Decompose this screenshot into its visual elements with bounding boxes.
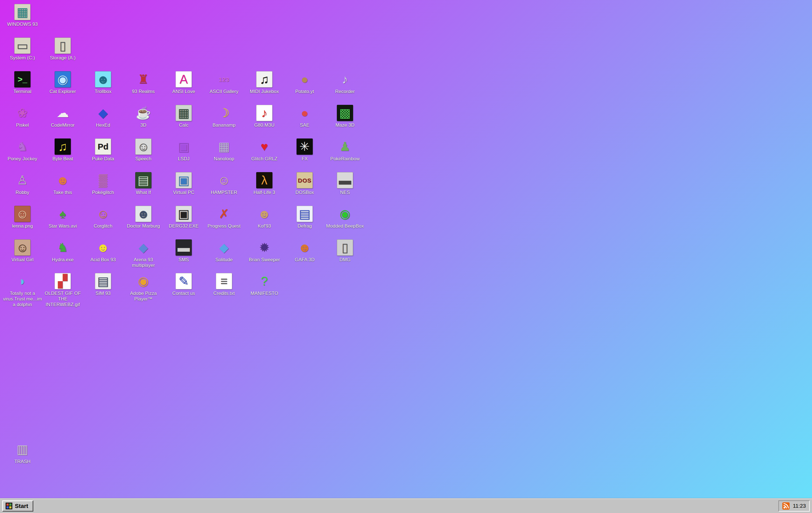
desktop-icon-sms[interactable]: ▬SMS	[164, 239, 204, 263]
virtual-girl-icon: ☺	[14, 239, 31, 256]
icon-label: HAMPSTER	[211, 190, 237, 195]
poney-jockey-icon: ♞	[14, 138, 31, 155]
icon-label: Glitch GRLZ	[251, 156, 278, 162]
desktop-icon-ansi-love[interactable]: AANSI Love	[164, 71, 204, 94]
desktop-icon-oldest-gif-of-the-interwebz-gif[interactable]: ▞OLDEST GIF OF THE INTERWEBZ.gif	[42, 273, 83, 307]
piskel-icon: ❀	[14, 105, 31, 121]
desktop-icon-fx[interactable]: ✳FX	[285, 138, 325, 162]
desktop-icon-potato-yt[interactable]: ●Potato.yt	[285, 71, 325, 94]
derg32-exe-icon: ▣	[176, 206, 192, 222]
cat-explorer-icon: ◉	[55, 71, 71, 87]
desktop-icon-lenna-png[interactable]: ☺lenna.png	[2, 206, 42, 229]
desktop-icon-gafa-3d[interactable]: ☻GAFA 3D	[285, 239, 325, 263]
desktop-icon-windows-93[interactable]: ▦WINDOWS 93	[2, 4, 42, 27]
desktop-icon-solitude[interactable]: ◆Solitude	[204, 239, 244, 263]
desktop-icon-93-realms[interactable]: ♜93 Realms	[123, 71, 164, 94]
desktop-icon-terminal[interactable]: >_Terminal	[2, 71, 42, 94]
desktop-icon-adobe-pizza-player[interactable]: ◉Adobe Pizza Player™	[123, 273, 164, 302]
desktop-icon-lsdj[interactable]: ▣LSDJ	[164, 138, 204, 162]
icon-label: Hydra.exe	[52, 257, 74, 263]
desktop-icon-calc[interactable]: ▦Calc	[164, 105, 204, 128]
desktop-icon-3d[interactable]: ☕3D	[123, 105, 164, 128]
desktop-icon-sae[interactable]: ●SAE	[285, 105, 325, 128]
icon-label: Credits.txt	[213, 291, 235, 296]
desktop-icon-speech[interactable]: ☺Speech	[123, 138, 164, 162]
desktop-icon-acid-box-93[interactable]: ☻Acid Box 93	[83, 239, 123, 263]
gafa-3d-icon: ☻	[296, 239, 313, 256]
icon-label: Virtual Girl	[11, 257, 33, 263]
corglitch-icon: ☺	[95, 206, 111, 222]
desktop-icon-virtual-pc[interactable]: ▣Virtual PC	[164, 172, 204, 195]
desktop-icon-cat-explorer[interactable]: ◉Cat Explorer	[42, 71, 83, 94]
desktop-icon-kof-93[interactable]: ☻Kof'93	[244, 206, 285, 229]
icon-label: Speech	[135, 156, 151, 162]
desktop-icon-hydra-exe[interactable]: ♞Hydra.exe	[42, 239, 83, 263]
desktop-icon-totally-not-a-virus-trust-me-im-a-dolphin[interactable]: ◗Totally not a virus.Trust me...im a dol…	[2, 273, 42, 307]
icon-label: Acid Box 93	[90, 257, 116, 263]
desktop-icon-piskel[interactable]: ❀Piskel	[2, 105, 42, 128]
desktop-icon-hampster[interactable]: ☺HAMPSTER	[204, 172, 244, 195]
desktop-icon-maze-3d[interactable]: ▩Maze 3D	[325, 105, 365, 128]
icon-label: Virtual PC	[173, 190, 194, 195]
desktop-icon-take-this[interactable]: ☻Take this	[42, 172, 83, 195]
desktop-icon-doctor-marburg[interactable]: ☻Doctor Marburg	[123, 206, 164, 229]
desktop-icon-arena-93-multiplayer[interactable]: ◆Arena 93 multiplayer	[123, 239, 164, 268]
desktop-icon-dosbox[interactable]: DOSDOSBox	[285, 172, 325, 195]
pok-rainbow-icon: ♟	[337, 138, 353, 155]
icon-label: Defrag	[297, 223, 312, 229]
desktop-icon-hexed[interactable]: ◆HexEd	[83, 105, 123, 128]
desktop-icon-manifesto[interactable]: ?MANIFESTO	[244, 273, 285, 296]
desktop-icon-robby[interactable]: ♙Robby	[2, 172, 42, 195]
icon-label: LSDJ	[178, 156, 190, 162]
desktop-icon-brian-sweeper[interactable]: ✹Brian Sweeper	[244, 239, 285, 263]
desktop-icon-g80-m3u[interactable]: ♪G80.M3U	[244, 105, 285, 128]
g80-m3u-icon: ♪	[256, 105, 272, 121]
dmg-icon: ▯	[337, 239, 353, 256]
icon-label: ASCII Gallery	[210, 89, 238, 94]
desktop-icon-trollbox[interactable]: ☻Trollbox	[83, 71, 123, 94]
desktop-icon-bananamp[interactable]: ☽Bananamp	[204, 105, 244, 128]
desktop-icon-contact-us[interactable]: ✎Contact us	[164, 273, 204, 296]
icon-label: Pokéglitch	[92, 190, 114, 195]
desktop-icon-nes[interactable]: ▬NES	[325, 172, 365, 195]
icon-label: OLDEST GIF OF THE INTERWEBZ.gif	[43, 291, 82, 307]
desktop-icon-nanoloop[interactable]: ▦Nanoloop	[204, 138, 244, 162]
desktop-icon-pok-rainbow[interactable]: ♟PokéRainbow	[325, 138, 365, 162]
icon-label: Progress Quest	[207, 223, 240, 229]
star-wars-avi-icon: ♠	[55, 206, 71, 222]
desktop-icon-ascii-gallery[interactable]: 123ASCII Gallery	[204, 71, 244, 94]
desktop-icon-defrag[interactable]: ▤Defrag	[285, 206, 325, 229]
desktop-icon-what-if[interactable]: ▤What If	[123, 172, 164, 195]
desktop-icon-sim-93[interactable]: ▤SIM 93	[83, 273, 123, 296]
desktop-icon-codemirror[interactable]: ☁CodeMirror	[42, 105, 83, 128]
icon-label: 3D	[140, 123, 146, 128]
desktop-icon-storage-a[interactable]: ▯Storage (A:)	[42, 37, 83, 61]
desktop-icon-poney-jockey[interactable]: ♞Poney Jockey	[2, 138, 42, 162]
rss-icon[interactable]	[782, 502, 790, 510]
desktop-icon-credits-txt[interactable]: ≡Credits.txt	[204, 273, 244, 296]
desktop-icon-recorder[interactable]: ♪Recorder	[325, 71, 365, 94]
desktop-icon-half-life-3[interactable]: λHalf-Life 3	[244, 172, 285, 195]
desktop-icon-dmg[interactable]: ▯DMG	[325, 239, 365, 263]
icon-label: CodeMirror	[51, 123, 75, 128]
icon-label: Totally not a virus.Trust me...im a dolp…	[3, 291, 42, 307]
desktop-icon-modded-beepbox[interactable]: ◉Modded BeepBox	[325, 206, 365, 229]
start-button[interactable]: Start	[2, 501, 33, 512]
desktop-icon-midi-jukebox[interactable]: ♫MIDI Jukebox	[244, 71, 285, 94]
icon-label: Corglitch	[93, 223, 112, 229]
desktop-icon-corglitch[interactable]: ☺Corglitch	[83, 206, 123, 229]
desktop-icon-system-c[interactable]: ▭System (C:)	[2, 37, 42, 61]
desktop-icon-trash[interactable]: ▥TRASH	[2, 441, 42, 464]
desktop-icon-derg32-exe[interactable]: ▣DERG32.EXE	[164, 206, 204, 229]
desktop-icon-byte-beat[interactable]: ♫Byte Beat	[42, 138, 83, 162]
desktop-icon-star-wars-avi[interactable]: ♠Star Wars.avi	[42, 206, 83, 229]
desktop-icon-puke-data[interactable]: PdPuke Data	[83, 138, 123, 162]
desktop-icon-pok-glitch[interactable]: ▒Pokéglitch	[83, 172, 123, 195]
icon-label: Solitude	[215, 257, 232, 263]
icon-label: Piskel	[16, 123, 29, 128]
desktop-icon-virtual-girl[interactable]: ☺Virtual Girl	[2, 239, 42, 263]
desktop-icon-glitch-grlz[interactable]: ♥Glitch GRLZ	[244, 138, 285, 162]
icon-label: MIDI Jukebox	[250, 89, 279, 94]
icon-label: Puke Data	[92, 156, 114, 162]
desktop-icon-progress-quest[interactable]: ✗Progress Quest	[204, 206, 244, 229]
